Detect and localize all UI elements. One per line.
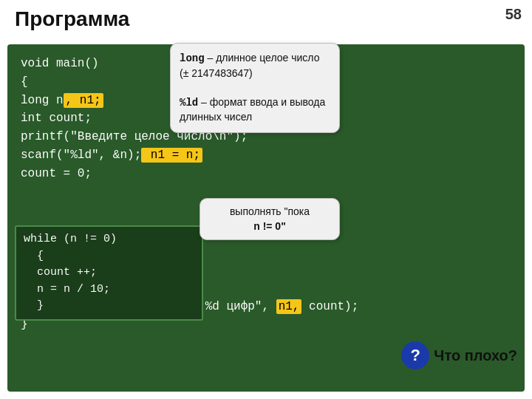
highlight-n1-assign: n1 = n;: [141, 148, 202, 163]
slide-number: 58: [505, 6, 522, 23]
tooltip-long: long – длинное целое число (± 2147483647…: [170, 43, 340, 133]
highlight-n1-print: n1,: [276, 299, 302, 314]
while-code: while (n != 0) { count ++; n = n / 10; }: [24, 231, 194, 315]
tooltip-long-text2: – формат ввода и вывода длинных чисел: [180, 96, 325, 123]
tooltip-long-format: %ld: [180, 97, 198, 109]
highlight-n1-decl: , n1;: [64, 93, 103, 108]
code-line-7: count = 0;: [21, 167, 92, 180]
tooltip-long-keyword: long: [180, 52, 205, 64]
question-text: Что плохо?: [434, 347, 517, 364]
tooltip-while: выполнять "пока n != 0": [200, 198, 340, 240]
slide-title: Программа: [15, 7, 129, 31]
question-icon: ?: [401, 341, 429, 369]
tooltip-while-condition: n != 0": [208, 219, 332, 234]
while-block: while (n != 0) { count ++; n = n / 10; }: [15, 225, 203, 321]
tooltip-while-prefix: выполнять "пока: [208, 205, 332, 219]
tooltip-question-area: ? Что плохо?: [401, 341, 517, 369]
